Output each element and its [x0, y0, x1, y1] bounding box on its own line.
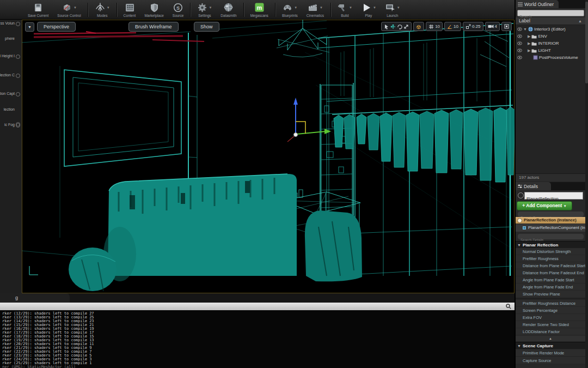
- grid-icon: [428, 24, 434, 29]
- transform-tools-group: [381, 22, 412, 31]
- toolbar-label: Launch: [387, 14, 398, 17]
- place-actor-item[interactable]: ic Fog: [0, 122, 22, 129]
- property-row[interactable]: Render Scene Two Sided: [516, 321, 585, 328]
- grid-snap-button[interactable]: 10: [426, 22, 443, 31]
- camera-speed-button[interactable]: 4: [485, 22, 500, 31]
- modes-icon: [95, 2, 106, 13]
- section-header-planar-reflection[interactable]: ▼ Planar Reflection: [516, 241, 585, 248]
- maximize-viewport-button[interactable]: [501, 22, 512, 31]
- camera-mode-button[interactable]: Perspective: [37, 22, 76, 32]
- outliner-row-folder[interactable]: ▶ LIGHT: [516, 47, 585, 54]
- outliner-column-header[interactable]: Label ▲: [516, 17, 585, 25]
- rotate-tool-icon[interactable]: [397, 24, 402, 29]
- actor-instance-icon: [517, 218, 522, 223]
- viewport-options-button[interactable]: ▼: [25, 22, 34, 32]
- component-row-inherited[interactable]: PlanarReflectionComponent (Inherit: [516, 224, 585, 232]
- outliner-row-folder[interactable]: ▶ INTERIOR: [516, 40, 585, 47]
- megascans-button[interactable]: m Megascans: [247, 1, 272, 19]
- property-row[interactable]: Normal Distortion Strength: [516, 248, 585, 255]
- folder-icon: [531, 41, 537, 46]
- select-tool-icon[interactable]: [384, 24, 389, 29]
- eye-icon[interactable]: [517, 41, 522, 45]
- section-header-scene-capture[interactable]: ▼ Scene Capture: [516, 342, 585, 349]
- property-row[interactable]: Primitive Render Mode: [516, 349, 585, 357]
- outliner-row-world[interactable]: ▼ Interior3 (Editor): [516, 26, 585, 33]
- marketplace-icon: [150, 3, 159, 13]
- scrollbar-thumb[interactable]: [585, 2, 588, 83]
- move-tool-icon[interactable]: [390, 24, 396, 29]
- surface-snapping-button[interactable]: [413, 22, 424, 31]
- place-actor-item[interactable]: tion Capt: [0, 91, 22, 98]
- section-expand-icon: ▼: [517, 342, 521, 349]
- property-row[interactable]: Extra FOV: [516, 314, 585, 321]
- property-row[interactable]: Angle from Plane Fade Start: [516, 276, 585, 283]
- rotation-snap-value: 10: [454, 24, 458, 29]
- world-icon: [528, 27, 533, 32]
- right-dock: World Outliner Label ▲ ▼ Interior3 (Edit…: [514, 0, 588, 368]
- place-actor-item[interactable]: flection C: [0, 73, 22, 79]
- log-search-input[interactable]: [0, 303, 506, 310]
- collapse-category-button[interactable]: ▲: [516, 336, 585, 341]
- eye-icon[interactable]: [517, 49, 522, 52]
- output-log-tab[interactable]: g: [0, 293, 70, 303]
- toolbar-separator: [243, 3, 244, 17]
- add-component-button[interactable]: + Add Component ▼: [517, 201, 572, 210]
- expand-arrow-icon[interactable]: ▶: [528, 49, 530, 52]
- toolbar-label: Datasmith: [220, 14, 236, 17]
- chevron-down-icon: ▼: [294, 6, 297, 9]
- datasmith-button[interactable]: Datasmith: [217, 1, 240, 19]
- eye-icon[interactable]: [517, 27, 522, 31]
- blueprints-button[interactable]: ▼ Blueprints: [278, 1, 302, 19]
- place-actor-item[interactable]: ss Volun: [0, 21, 22, 27]
- view-mode-button[interactable]: Brush Wireframe: [128, 22, 179, 32]
- build-button[interactable]: ▼ Build: [334, 1, 356, 19]
- property-row[interactable]: LODDistance Factor: [516, 328, 585, 335]
- place-actor-item[interactable]: [0, 105, 22, 111]
- chevron-down-icon: ▼: [107, 6, 110, 9]
- property-row[interactable]: Capture Source: [516, 357, 585, 364]
- folder-icon: [531, 49, 537, 53]
- place-actor-item[interactable]: phere: [0, 36, 22, 43]
- toolbar-label: Settings: [198, 14, 211, 17]
- scale-snap-button[interactable]: 0.25: [463, 22, 483, 31]
- place-actor-item[interactable]: l Height I: [0, 53, 22, 60]
- place-actors-panel: ss Volun phere l Height I flection C tio…: [0, 20, 22, 293]
- property-row[interactable]: Screen Percentage: [516, 307, 585, 314]
- dock-scrollbar[interactable]: [585, 0, 588, 368]
- settings-button[interactable]: ▼ Settings: [193, 1, 216, 19]
- show-button[interactable]: Show: [194, 22, 219, 32]
- outliner-row-actor[interactable]: PostProcessVolume: [516, 54, 585, 61]
- eye-icon[interactable]: [517, 56, 522, 59]
- property-row[interactable]: Prefilter Roughness Distance: [516, 300, 585, 307]
- property-row[interactable]: Show Preview Plane: [516, 291, 585, 298]
- property-row[interactable]: Distance from Plane Fadeout End: [516, 269, 585, 276]
- save-current-button[interactable]: Save Current: [24, 1, 52, 19]
- component-row-instance[interactable]: PlanarReflection (Instance): [516, 217, 585, 224]
- actor-circle-icon: [16, 92, 20, 96]
- modes-button[interactable]: ▼ Modes: [91, 1, 114, 19]
- cinematics-button[interactable]: ▼ Cinematics: [303, 1, 328, 19]
- content-button[interactable]: Content: [120, 1, 140, 19]
- marketplace-button[interactable]: Marketplace: [140, 1, 167, 19]
- source-control-button[interactable]: ▼ Source Control: [53, 1, 84, 19]
- rotation-snap-button[interactable]: 10: [444, 22, 461, 31]
- gear-icon: [197, 3, 207, 13]
- expand-arrow-icon[interactable]: ▼: [523, 27, 527, 31]
- source-button[interactable]: S Source: [169, 1, 188, 19]
- expand-arrow-icon[interactable]: ▶: [528, 41, 530, 45]
- expand-arrow-icon[interactable]: ▶: [528, 34, 530, 38]
- log-lines: rker (12/29): shaders left to compile 27…: [2, 312, 513, 368]
- launch-button[interactable]: ▼ Launch: [381, 1, 404, 19]
- surface-snap-icon: [416, 24, 421, 29]
- property-row[interactable]: Angle from Plane Fade End: [516, 283, 585, 291]
- viewport[interactable]: ▼ Perspective Brush Wireframe Show 10 10: [22, 20, 514, 293]
- property-row[interactable]: Distance from Plane Fadeout Start: [516, 262, 585, 269]
- scale-tool-icon[interactable]: [403, 24, 409, 29]
- details-tab[interactable]: Details: [516, 182, 551, 190]
- world-outliner-tab[interactable]: World Outliner: [516, 0, 559, 8]
- eye-icon[interactable]: [517, 34, 522, 38]
- property-row[interactable]: Prefilter Roughness: [516, 255, 585, 262]
- play-button[interactable]: ▼ Play: [357, 1, 380, 19]
- output-log-panel: g rker (12/29): shaders left to compile …: [0, 293, 514, 368]
- outliner-row-folder[interactable]: ▶ ENV: [516, 33, 585, 40]
